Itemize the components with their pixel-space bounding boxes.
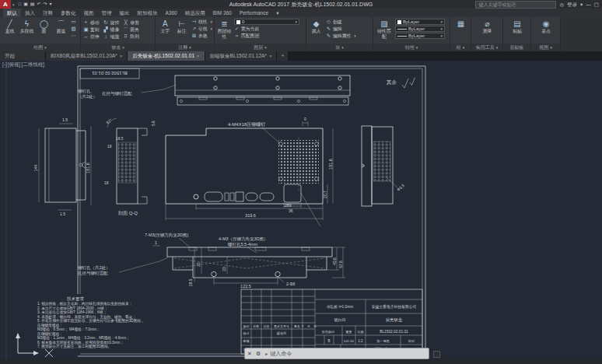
visual-style-control[interactable]: [二维线框] — [21, 61, 44, 68]
insert-button[interactable]: ◆插入 — [309, 19, 324, 34]
mirror-button[interactable]: ▞镜像 — [103, 26, 120, 33]
group-button[interactable]: ▦ — [453, 19, 468, 29]
drawing-canvas[interactable]: [-] [俯视] [二维线框] BL1502.02.01.01 其余 — [0, 61, 602, 359]
close-icon[interactable]: × — [120, 51, 123, 61]
hatch-icon[interactable]: ▨ — [71, 26, 76, 32]
open-icon[interactable]: ▣ — [23, 0, 28, 9]
close-icon[interactable]: × — [269, 51, 272, 61]
new-drawing-tab[interactable]: + — [277, 51, 289, 61]
tab-bim360[interactable]: BIM 360 — [209, 9, 236, 17]
array-button[interactable]: ⠿阵列 — [123, 33, 139, 40]
edit-block-button[interactable]: ✎编辑 — [326, 26, 356, 32]
dimension-button[interactable]: ⊢标注 — [174, 19, 188, 34]
logo-dropdown-icon[interactable]: ▾ — [12, 2, 15, 7]
signin-label[interactable]: 登录 — [567, 0, 577, 9]
text-button[interactable]: A文字 — [158, 19, 172, 34]
close-icon[interactable]: × — [197, 51, 200, 61]
rivet-annotation-bottom-1: 铆钉孔（共2处） — [77, 265, 110, 271]
match-properties-button[interactable]: ▨特性匹配 — [376, 19, 393, 39]
tab-annotate[interactable]: 注释 — [39, 9, 57, 17]
tab-parametric[interactable]: 参数化 — [57, 9, 80, 17]
ribbon-minimize-icon[interactable]: ▾ — [272, 9, 282, 17]
svg-text:第一视角: 第一视角 — [376, 339, 390, 343]
help-search-input[interactable]: 键入关键字或短语 — [475, 1, 556, 9]
panel-title-view[interactable]: 视图▾ — [531, 44, 560, 51]
rectangle-icon[interactable]: ▭ — [71, 19, 76, 25]
panel-groups: ▦ 组▾ — [450, 17, 471, 51]
polyline-button[interactable]: ϟ多段线 — [19, 19, 34, 34]
panel-title-annotate[interactable]: 注释▾ — [156, 44, 214, 51]
file-tab-front-panel[interactable]: 前端钣金BL1502.01.12A*× — [205, 51, 278, 61]
new-icon[interactable]: □ — [19, 0, 22, 9]
tab-default[interactable]: 默认 — [3, 9, 21, 17]
leader-button[interactable]: ↗引线▾ — [191, 26, 212, 32]
panel-title-draw[interactable]: 绘图▾ — [0, 44, 80, 51]
close-icon[interactable]: ✕ — [245, 351, 254, 357]
panel-title-modify[interactable]: 修改▾ — [81, 44, 155, 51]
command-line-grip[interactable] — [433, 351, 440, 358]
linetype-select[interactable]: ByLayer▾ — [395, 26, 445, 32]
circle-button[interactable]: ◯圆 — [37, 19, 51, 34]
scale-button[interactable]: ↕缩放 — [103, 33, 120, 40]
tab-insert[interactable]: 插入 — [21, 9, 39, 17]
copy-button[interactable]: ▣复制 — [83, 26, 100, 33]
file-tab-rear-shell[interactable]: 后壳钣金-机L1502.02.01.01× — [128, 51, 205, 61]
more-draw-icon[interactable]: ⋯ — [71, 33, 76, 39]
rotate-button[interactable]: ↻旋转 — [103, 19, 120, 26]
redo-icon[interactable]: ↷ — [44, 0, 47, 9]
leader-icon: ↗ — [191, 26, 197, 32]
title-block-text: 冷轧板 t=1.0mm 安徽立重电子科技有限公司 镀白锌 后壳钣金 阶段标记 重… — [242, 304, 416, 352]
make-current-button[interactable]: ✓置为当前 — [234, 26, 299, 32]
create-block-icon: ◇ — [326, 19, 331, 25]
restore-icon[interactable]: ▢ — [594, 0, 599, 9]
layer-select[interactable]: 0▾ — [234, 19, 299, 25]
move-button[interactable]: +移动 — [83, 19, 100, 26]
panel-title-utilities[interactable]: 实用工具▾ — [471, 44, 502, 51]
panel-title-layers[interactable]: 图层▾ — [215, 44, 306, 51]
fillet-button[interactable]: ⌒圆角 — [123, 26, 139, 33]
panel-title-clipboard[interactable]: 剪贴板 — [503, 44, 530, 51]
start-tab[interactable]: 开始 — [0, 51, 46, 61]
minimize-icon[interactable]: — — [586, 0, 591, 9]
paste-icon: ▤ — [513, 19, 520, 29]
panel-title-groups[interactable]: 组▾ — [450, 44, 471, 51]
tab-performance[interactable]: Performance — [236, 9, 272, 17]
save-icon[interactable]: ▤ — [30, 0, 35, 9]
tab-manage[interactable]: 管理 — [98, 9, 116, 17]
panel-title-properties[interactable]: 特性▾ — [373, 44, 450, 51]
dim-29-5: 29.5 — [189, 278, 193, 286]
view-control[interactable]: [俯视] — [8, 61, 21, 68]
command-input[interactable]: 键入命令 — [268, 350, 292, 358]
tab-addins[interactable]: 附加模块 — [134, 9, 162, 17]
edit-attribute-button[interactable]: ✎编辑属性▾ — [326, 33, 356, 39]
undo-icon[interactable]: ↶ — [37, 0, 40, 9]
qat-dropdown-icon[interactable]: ▾ — [50, 0, 52, 9]
paste-button[interactable]: ▤粘贴 — [510, 19, 525, 34]
line-button[interactable]: ╱直线 — [2, 19, 17, 34]
tab-featured-apps[interactable]: 精选应用 — [181, 9, 209, 17]
command-line[interactable]: ✕ ⚙ ▸ 键入命令 — [244, 348, 429, 359]
file-tab-fan-cover[interactable]: 80X80风扇罩BL1502.01.20A*× — [46, 51, 128, 61]
panel-title-block[interactable]: 块▾ — [306, 44, 373, 51]
tab-a360[interactable]: A360 — [162, 9, 181, 17]
trim-button[interactable]: ╳修剪 — [123, 19, 139, 26]
base-button[interactable]: ◉基点 — [539, 19, 554, 34]
table-button[interactable]: ⊞表格 — [191, 33, 212, 39]
customize-wrench-icon[interactable]: ⚙ — [254, 351, 262, 357]
tab-output[interactable]: 输出 — [116, 9, 134, 17]
create-block-button[interactable]: ◇创建 — [326, 19, 356, 25]
view-right — [362, 126, 397, 206]
linear-button[interactable]: ⊣线性▾ — [191, 19, 212, 25]
match-layer-button[interactable]: ≈匹配图层 — [234, 33, 299, 39]
color-select[interactable]: ByLayer▾ — [395, 19, 445, 25]
layer-properties-button[interactable]: ≣图层特性 — [217, 19, 232, 39]
stretch-button[interactable]: ↔拉伸 — [83, 33, 100, 40]
arc-button[interactable]: ⌒圆弧 — [54, 19, 68, 34]
viewport-menu[interactable]: [-] — [2, 61, 7, 68]
autocad-logo[interactable]: A — [0, 0, 11, 9]
signin-dropdown-icon[interactable]: ▾ — [580, 0, 583, 9]
tab-view[interactable]: 视图 — [80, 9, 98, 17]
measure-button[interactable]: ⌀测量 — [480, 19, 495, 34]
search-icon[interactable]: ◎ — [559, 0, 564, 9]
lineweight-select[interactable]: ByLayer▾ — [395, 33, 445, 39]
